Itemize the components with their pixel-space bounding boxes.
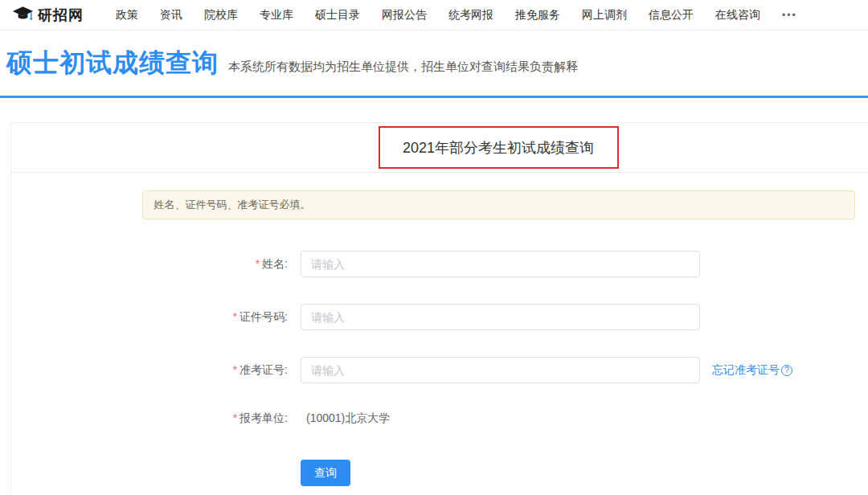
page-subtitle: 本系统所有数据均为招生单位提供，招生单位对查询结果负责解释	[228, 51, 578, 75]
nav-item-online-consult[interactable]: 在线咨询	[715, 8, 760, 22]
top-navigation: 研招网 政策 资讯 院校库 专业库 硕士目录 网报公告 统考网报 推免服务 网上…	[0, 0, 868, 31]
logo-text: 研招网	[38, 6, 84, 25]
name-label: *姓名:	[11, 257, 288, 272]
nav-item-major-library[interactable]: 专业库	[260, 8, 293, 22]
form-row-admission-ticket: *准考证号: 忘记准考证号?	[11, 357, 868, 383]
required-asterisk: *	[233, 310, 237, 323]
required-asterisk: *	[233, 411, 237, 424]
page-header: 硕士初试成绩查询 本系统所有数据均为招生单位提供，招生单位对查询结果负责解释	[0, 31, 868, 96]
query-button[interactable]: 查询	[301, 460, 350, 486]
red-annotation-box: 2021年部分考生初试成绩查询	[379, 126, 619, 169]
nav-menu: 政策 资讯 院校库 专业库 硕士目录 网报公告 统考网报 推免服务 网上调剂 信…	[116, 8, 797, 22]
card-header: 2021年部分考生初试成绩查询	[11, 123, 868, 173]
name-input[interactable]	[301, 251, 700, 277]
target-institution-label: *报考单位:	[11, 411, 288, 426]
nav-item-college-library[interactable]: 院校库	[204, 8, 238, 22]
id-number-label: *证件号码:	[11, 310, 288, 325]
nav-item-policy[interactable]: 政策	[116, 8, 138, 22]
card-title: 2021年部分考生初试成绩查询	[403, 138, 594, 158]
page-title: 硕士初试成绩查询	[6, 46, 219, 81]
form-row-target-institution: *报考单位: (10001)北京大学	[11, 410, 868, 427]
nav-item-online-adjustment[interactable]: 网上调剂	[582, 8, 627, 22]
admission-ticket-input[interactable]	[301, 357, 700, 383]
site-logo[interactable]: 研招网	[12, 6, 84, 25]
form-row-name: *姓名:	[11, 251, 868, 277]
score-query-card: 2021年部分考生初试成绩查询 姓名、证件号码、准考证号必填。 *姓名: *证件…	[10, 122, 868, 495]
page: 研招网 政策 资讯 院校库 专业库 硕士目录 网报公告 统考网报 推免服务 网上…	[0, 0, 868, 495]
required-fields-notice: 姓名、证件号码、准考证号必填。	[142, 190, 855, 219]
button-row: 查询	[11, 460, 868, 486]
question-circle-icon: ?	[781, 365, 792, 376]
query-form: *姓名: *证件号码: *准考证号:	[11, 251, 868, 486]
required-asterisk: *	[256, 257, 260, 270]
nav-item-unified-exam-report[interactable]: 统考网报	[448, 8, 493, 22]
nav-item-exempt-service[interactable]: 推免服务	[515, 8, 560, 22]
form-row-id-number: *证件号码:	[11, 304, 868, 330]
card-body: 姓名、证件号码、准考证号必填。 *姓名: *证件号码:	[11, 190, 868, 486]
graduation-cap-icon	[12, 6, 34, 25]
id-number-input[interactable]	[301, 304, 700, 330]
blue-divider	[0, 96, 868, 98]
nav-item-news[interactable]: 资讯	[160, 8, 182, 22]
target-institution-value: (10001)北京大学	[306, 411, 390, 426]
nav-item-online-report-notice[interactable]: 网报公告	[382, 8, 427, 22]
required-asterisk: *	[233, 363, 237, 376]
nav-item-info-disclosure[interactable]: 信息公开	[649, 8, 694, 22]
forgot-ticket-link[interactable]: 忘记准考证号?	[712, 363, 792, 378]
nav-item-master-catalog[interactable]: 硕士目录	[315, 8, 360, 22]
nav-more-button[interactable]: •••	[782, 10, 797, 21]
admission-ticket-label: *准考证号:	[11, 363, 288, 378]
